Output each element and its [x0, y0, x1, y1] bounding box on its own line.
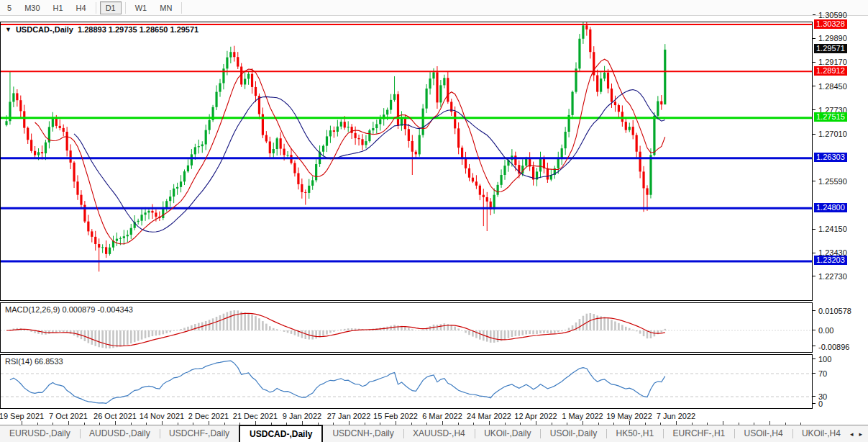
axis-tick-mark	[813, 109, 816, 110]
level-price-badge: 1.23203	[814, 256, 847, 265]
timeframe-button-mn[interactable]: MN	[154, 1, 178, 14]
tab-eurchf-h1[interactable]: EURCHF-,H1	[664, 425, 735, 442]
rsi-axis-label: 0	[818, 400, 823, 408]
chevron-down-icon: ▼	[5, 26, 12, 33]
timeframe-button-d1[interactable]: D1	[100, 1, 122, 14]
macd-axis-label: 0.00	[818, 326, 833, 335]
price-axis-label: 1.28450	[818, 82, 847, 91]
level-price-badge: 1.30328	[814, 19, 847, 29]
date-axis-label: 7 Jun 2022	[657, 412, 695, 420]
date-axis-label: 12 Apr 2022	[514, 412, 557, 420]
price-axis-label: 1.29890	[818, 34, 847, 42]
tab-ukoil-daily[interactable]: UKOil-,Daily	[475, 425, 540, 442]
axis-tick-mark	[813, 86, 816, 86]
level-price-badge: 1.28912	[814, 66, 847, 76]
macd-axis-label: 0.010578	[818, 307, 851, 315]
date-axis-label: 21 Dec 2021	[233, 412, 278, 420]
tab-xauusd-h4[interactable]: XAUUSD-,H4	[403, 425, 475, 442]
tabs-scroll-left-icon[interactable]: ◂	[850, 430, 854, 438]
price-axis-label: 1.22730	[818, 272, 847, 281]
date-axis-label: 6 Mar 2022	[422, 412, 462, 420]
candlestick-chart[interactable]	[1, 22, 812, 300]
tab-usdchf-daily[interactable]: USDCHF-,Daily	[160, 425, 239, 442]
tab-audusd-daily[interactable]: AUDUSD-,Daily	[80, 425, 160, 442]
date-axis-label: 15 Feb 2022	[373, 412, 418, 420]
date-axis-label: 19 Sep 2021	[0, 412, 44, 420]
timeframe-button-m30[interactable]: M30	[19, 1, 45, 14]
timeframe-button-h1[interactable]: H1	[47, 1, 69, 14]
axis-tick-mark	[813, 403, 816, 404]
symbol-name: USDCAD-,Daily	[16, 25, 73, 34]
date-axis-label: 26 Oct 2021	[93, 412, 137, 420]
rsi-chart[interactable]	[1, 355, 812, 408]
axis-tick-mark	[813, 229, 816, 230]
level-price-badge: 1.26303	[814, 153, 847, 162]
tab-eurusd-daily[interactable]: EURUSD-,Daily	[0, 425, 80, 442]
date-axis-label: 27 Jan 2022	[327, 412, 371, 420]
price-axis-label: 1.25590	[818, 177, 847, 186]
axis-tick-mark	[813, 358, 816, 359]
timeframe-button-w1[interactable]: W1	[129, 1, 153, 14]
date-axis-label: 1 May 2022	[562, 412, 603, 420]
tab-hk50-h1[interactable]: HK50-,H1	[607, 425, 664, 442]
price-axis-label: 1.29170	[818, 58, 847, 66]
tab-ukoil-h4[interactable]: UKOil-,H4	[792, 425, 850, 442]
price-axis-label: 1.27010	[818, 130, 847, 138]
axis-tick-mark	[813, 62, 816, 63]
date-axis-label: 9 Jan 2022	[283, 412, 321, 420]
tab-usdcad-daily[interactable]: USDCAD-,Daily	[239, 425, 323, 442]
tab-usdcnh-daily[interactable]: USDCNH-,Daily	[323, 425, 403, 442]
tab-usoil-h4[interactable]: USOil-,H4	[735, 425, 792, 442]
macd-axis-label: -0.00896	[818, 343, 849, 351]
level-price-badge: 1.24800	[814, 203, 847, 212]
price-axis-label: 1.24150	[818, 225, 847, 233]
toolbar-separator	[96, 2, 96, 14]
rsi-axis-label: 100	[818, 355, 831, 364]
toolbar-separator	[181, 2, 182, 14]
axis-tick-mark	[813, 38, 816, 39]
axis-tick-mark	[813, 373, 816, 374]
tab-usoil-daily[interactable]: USOil-,Daily	[541, 425, 606, 442]
date-axis-label: 14 Nov 2021	[140, 412, 184, 420]
timeframe-button-h4[interactable]: H4	[70, 1, 92, 14]
date-axis-label: 7 Oct 2021	[49, 412, 88, 420]
axis-tick-mark	[813, 330, 816, 330]
axis-tick-mark	[813, 346, 816, 346]
axis-tick-mark	[813, 253, 816, 253]
ohlc-values: 1.28893 1.29735 1.28650 1.29571	[78, 25, 198, 34]
date-axis[interactable]: 19 Sep 20217 Oct 202126 Oct 202114 Nov 2…	[0, 409, 868, 425]
price-axis[interactable]: 1.305901.298901.291701.284501.277301.270…	[813, 16, 868, 425]
axis-tick-mark	[813, 14, 816, 15]
price-axis-label: 1.30590	[818, 11, 847, 19]
tabs-scroll-right-icon[interactable]: ▸	[859, 430, 862, 438]
chart-area: ▼ USDCAD-,Daily 1.28893 1.29735 1.28650 …	[0, 16, 868, 425]
rsi-label: RSI(14) 66.8533	[5, 357, 63, 366]
main-chart-panel[interactable]: ▼ USDCAD-,Daily 1.28893 1.29735 1.28650 …	[0, 22, 813, 301]
chart-title: ▼ USDCAD-,Daily 1.28893 1.29735 1.28650 …	[5, 25, 198, 34]
symbol-tabbar: EURUSD-,DailyAUDUSD-,DailyUSDCHF-,DailyU…	[0, 425, 868, 442]
axis-tick-mark	[813, 310, 816, 311]
axis-tick-mark	[813, 276, 816, 276]
toolbar-separator	[125, 2, 126, 14]
rsi-panel[interactable]: RSI(14) 66.8533	[0, 354, 813, 409]
axis-tick-mark	[813, 134, 816, 135]
macd-label: MACD(12,26,9) 0.000879 -0.004343	[5, 305, 133, 314]
level-price-badge: 1.27515	[814, 112, 847, 122]
date-axis-label: 2 Dec 2021	[188, 412, 229, 420]
timeframe-toolbar: 5M30H1H4D1W1MN	[0, 0, 868, 16]
axis-tick-mark	[813, 396, 816, 397]
axis-tick-mark	[813, 181, 816, 181]
date-axis-label: 19 May 2022	[606, 412, 652, 420]
macd-panel[interactable]: MACD(12,26,9) 0.000879 -0.004343	[0, 302, 813, 353]
current-price-badge: 1.29571	[814, 44, 847, 53]
rsi-axis-label: 70	[818, 369, 827, 378]
timeframe-button-5[interactable]: 5	[1, 1, 17, 14]
date-axis-label: 24 Mar 2022	[467, 412, 511, 420]
